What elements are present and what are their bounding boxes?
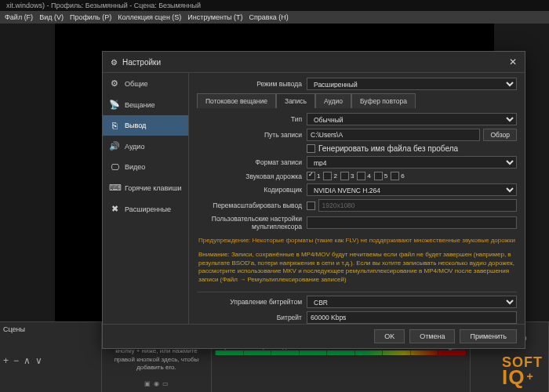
gear-icon: ⚙: [109, 78, 120, 89]
menu-profile[interactable]: Профиль (P): [70, 13, 111, 21]
sidebar-label-general: Общие: [125, 80, 148, 88]
mp4-warning: Внимание: Записи, сохранённые в MP4/MOV …: [197, 249, 517, 289]
mux-label: Пользовательские настройки мультиплексор…: [197, 215, 307, 230]
tab-audio[interactable]: Аудио: [315, 93, 351, 108]
output-mode-label: Режим вывода: [197, 80, 307, 88]
gen-filename-checkbox[interactable]: [307, 144, 315, 153]
scenes-title: Сцены: [3, 325, 98, 333]
tab-recording[interactable]: Запись: [276, 93, 315, 108]
menu-bar: Файл (F) Вид (V) Профиль (P) Коллекция с…: [0, 11, 549, 24]
mux-input[interactable]: [307, 216, 517, 229]
watermark-plus: +: [526, 372, 533, 382]
dialog-footer: OK Отмена Применить: [103, 324, 525, 348]
settings-sidebar: ⚙ Общие 📡 Вещание ⎘ Вывод 🔊 Аудио 🖵 Виде…: [103, 73, 189, 324]
sidebar-item-stream[interactable]: 📡 Вещание: [103, 94, 188, 115]
browse-button[interactable]: Обзор: [483, 129, 517, 141]
tracks-label: Звуковая дорожка: [197, 172, 307, 180]
gear-icon: ⚙: [111, 58, 118, 67]
cancel-button[interactable]: Отмена: [409, 329, 455, 343]
track-2-checkbox[interactable]: [323, 172, 332, 180]
output-mode-select[interactable]: Расширенный: [307, 78, 517, 90]
settings-content: Режим вывода Расширенный Потоковое вещан…: [189, 73, 525, 324]
menu-help[interactable]: Справка (H): [249, 13, 288, 21]
watermark-l2: IQ: [502, 368, 525, 386]
settings-dialog: ⚙ Настройки ✕ ⚙ Общие 📡 Вещание ⎘ Вывод …: [102, 51, 525, 349]
rc-label: Управление битрейтом: [197, 298, 307, 306]
format-label: Формат записи: [197, 158, 307, 166]
path-label: Путь записи: [197, 131, 307, 139]
bitrate-label: Битрейт: [197, 314, 307, 321]
sidebar-label-hotkeys: Горячие клавиши: [125, 184, 182, 192]
menu-scene-collection[interactable]: Коллекция сцен (S): [118, 13, 181, 21]
mixer-meter-2[interactable]: [215, 350, 467, 355]
apply-button[interactable]: Применить: [460, 329, 517, 343]
track-6-checkbox[interactable]: [391, 172, 399, 180]
type-label: Тип: [197, 115, 307, 123]
menu-file[interactable]: Файл (F): [5, 13, 33, 21]
monitor-icon: 🖵: [109, 162, 120, 172]
gen-filename-label: Генерировать имя файла без пробела: [318, 144, 458, 153]
bitrate-input[interactable]: [307, 311, 517, 324]
dialog-titlebar: ⚙ Настройки ✕: [103, 52, 525, 73]
path-input[interactable]: [307, 129, 480, 141]
rescale-checkbox[interactable]: [307, 201, 315, 210]
ok-button[interactable]: OK: [374, 329, 405, 343]
track-3-checkbox[interactable]: [340, 172, 349, 180]
dialog-title-text: Настройки: [122, 58, 161, 67]
sidebar-item-advanced[interactable]: ✖ Расширенные: [103, 198, 188, 220]
rescale-input: [318, 199, 518, 212]
type-select[interactable]: Обычный: [307, 113, 517, 125]
output-tabs: Потоковое вещание Запись Аудио Буфер пов…: [197, 93, 517, 108]
track-5-checkbox[interactable]: [374, 172, 383, 180]
rc-select[interactable]: CBR: [307, 296, 517, 308]
close-icon[interactable]: ✕: [509, 56, 517, 67]
sidebar-item-output[interactable]: ⎘ Вывод: [103, 115, 188, 136]
source-image-icon: ▣: [144, 380, 151, 387]
sidebar-item-hotkeys[interactable]: ⌨ Горячие клавиши: [103, 177, 188, 198]
sidebar-label-stream: Вещание: [125, 101, 155, 109]
rescale-label: Перемасштабировать вывод: [197, 201, 307, 209]
tab-streaming[interactable]: Потоковое вещание: [197, 93, 276, 108]
scene-down-icon[interactable]: ∨: [35, 355, 42, 366]
scene-remove-icon[interactable]: −: [13, 355, 19, 366]
watermark: SOFT IQ +: [502, 357, 543, 386]
tools-icon: ✖: [109, 204, 120, 214]
track-4-checkbox[interactable]: [357, 172, 365, 180]
sidebar-item-audio[interactable]: 🔊 Аудио: [103, 136, 188, 157]
sidebar-item-video[interactable]: 🖵 Видео: [103, 157, 188, 177]
output-icon: ⎘: [109, 121, 120, 130]
keyboard-icon: ⌨: [109, 183, 120, 193]
sidebar-label-video: Видео: [125, 163, 145, 171]
source-picture-icon: ▭: [162, 380, 169, 387]
encoder-select[interactable]: NVIDIA NVENC H.264: [307, 183, 517, 196]
window-titlebar: xit.windows) - Профиль: Безымянный - Сце…: [0, 0, 549, 11]
format-warning: Предупреждение: Некоторые форматы (такие…: [197, 234, 517, 249]
scenes-panel: Сцены + − ∧ ∨: [0, 322, 102, 392]
antenna-icon: 📡: [109, 100, 120, 110]
format-select[interactable]: mp4: [307, 156, 517, 169]
menu-view[interactable]: Вид (V): [39, 13, 64, 21]
sidebar-label-output: Вывод: [125, 122, 146, 129]
tab-replay[interactable]: Буфер повтора: [351, 93, 416, 108]
track-1-checkbox[interactable]: [307, 172, 315, 180]
speaker-icon: 🔊: [109, 141, 120, 151]
scene-up-icon[interactable]: ∧: [24, 355, 31, 366]
scene-add-icon[interactable]: +: [3, 355, 9, 366]
source-globe-icon: ◉: [154, 380, 159, 387]
tracks-group: 1 2 3 4 5 6: [307, 172, 517, 180]
sidebar-label-audio: Аудио: [125, 143, 144, 151]
sidebar-item-general[interactable]: ⚙ Общие: [103, 73, 188, 94]
sidebar-label-advanced: Расширенные: [125, 205, 171, 213]
encoder-label: Кодировщик: [197, 186, 307, 194]
menu-tools[interactable]: Инструменты (T): [187, 13, 242, 21]
